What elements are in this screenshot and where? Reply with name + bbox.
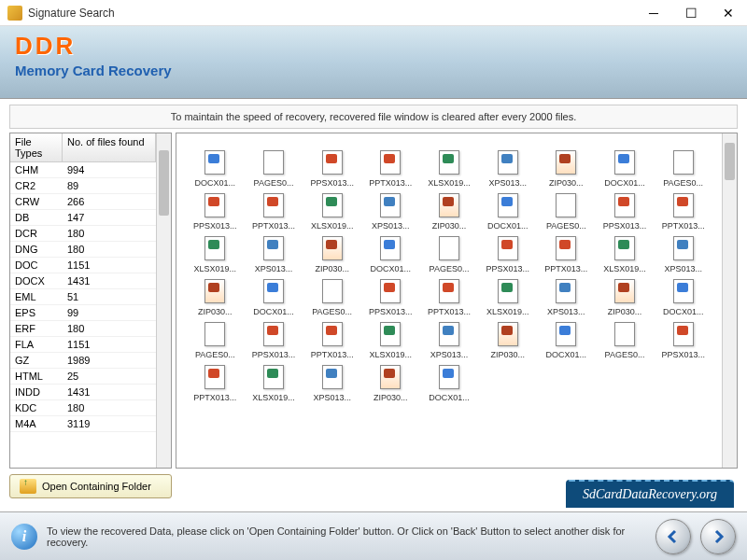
table-row[interactable]: EML51 — [10, 289, 156, 305]
file-label: ZIP030... — [432, 221, 467, 231]
forward-button[interactable] — [700, 519, 736, 554]
file-item[interactable]: XLSX019... — [598, 236, 653, 273]
file-type-icon — [322, 279, 343, 303]
file-item[interactable]: ZIP030... — [539, 150, 594, 188]
cell-count: 1431 — [63, 385, 156, 399]
file-item[interactable]: PPSX013... — [598, 193, 653, 231]
table-row[interactable]: GZ1989 — [10, 353, 156, 369]
file-item[interactable]: DOCX01... — [539, 322, 594, 359]
file-item[interactable]: PPTX013... — [304, 322, 359, 359]
file-item[interactable]: ZIP030... — [422, 193, 477, 231]
file-item[interactable]: PPTX013... — [422, 279, 477, 316]
file-item[interactable]: PPSX013... — [363, 279, 418, 316]
file-item[interactable]: XLSX019... — [422, 150, 477, 188]
file-item[interactable]: XPS013... — [539, 279, 594, 316]
table-row[interactable]: M4A3119 — [10, 416, 156, 432]
maximize-button[interactable]: ☐ — [672, 0, 710, 26]
table-row[interactable]: DNG180 — [10, 242, 156, 258]
file-item[interactable]: ZIP030... — [480, 322, 535, 359]
table-row[interactable]: KDC180 — [10, 400, 156, 416]
brand-link[interactable]: SdCardDataRecovery.org — [566, 480, 734, 508]
file-item[interactable]: PAGES0... — [188, 322, 243, 359]
file-label: DOCX01... — [546, 350, 587, 359]
file-item[interactable]: DOCX01... — [655, 279, 711, 316]
file-label: ZIP030... — [374, 393, 408, 402]
table-row[interactable]: DOCX1431 — [10, 273, 156, 289]
file-item[interactable]: PPTX013... — [188, 365, 243, 402]
file-item[interactable]: DOCX01... — [188, 150, 243, 188]
table-row[interactable]: INDD1431 — [10, 385, 156, 400]
files-scrollbar[interactable] — [722, 133, 737, 468]
file-item[interactable]: ZIP030... — [598, 279, 653, 316]
file-item[interactable]: DOCX01... — [598, 150, 653, 188]
file-item[interactable]: ZIP030... — [304, 236, 359, 273]
table-row[interactable]: HTML25 — [10, 369, 156, 385]
file-item[interactable]: XLSX019... — [247, 365, 302, 402]
file-type-icon — [380, 236, 401, 260]
cell-type: DB — [10, 210, 63, 225]
table-row[interactable]: CHM994 — [10, 162, 156, 178]
file-item[interactable]: XLSX019... — [363, 322, 418, 359]
file-item[interactable]: PAGES0... — [422, 236, 477, 273]
file-item[interactable]: PPTX013... — [655, 193, 711, 231]
file-item[interactable]: PAGES0... — [655, 150, 711, 188]
header-file-types[interactable]: File Types — [10, 133, 63, 161]
table-row[interactable]: DCR180 — [10, 226, 156, 242]
file-item[interactable]: XPS013... — [480, 150, 535, 188]
file-item[interactable]: PPTX013... — [539, 236, 594, 273]
file-item[interactable]: DOCX01... — [247, 279, 302, 316]
cell-type: DNG — [10, 242, 63, 257]
file-item[interactable]: XLSX019... — [480, 279, 535, 316]
file-item[interactable]: XPS013... — [422, 322, 477, 359]
header-count[interactable]: No. of files found — [63, 133, 156, 161]
file-item[interactable]: PAGES0... — [539, 193, 594, 231]
table-row[interactable]: FLA1151 — [10, 337, 156, 353]
table-body: CHM994CR289CRW266DB147DCR180DNG180DOC115… — [10, 162, 156, 432]
table-row[interactable]: DB147 — [10, 210, 156, 226]
file-type-icon — [322, 322, 343, 346]
file-label: PPTX013... — [193, 393, 236, 402]
scroll-thumb[interactable] — [725, 143, 735, 180]
file-item[interactable]: ZIP030... — [188, 279, 243, 316]
file-item[interactable]: PPTX013... — [363, 150, 418, 188]
file-item[interactable]: DOCX01... — [480, 193, 535, 231]
main-panel: File Types No. of files found CHM994CR28… — [0, 133, 747, 469]
app-icon — [7, 6, 22, 21]
file-item[interactable]: PPSX013... — [655, 322, 711, 359]
table-row[interactable]: DOC1151 — [10, 258, 156, 273]
file-item[interactable]: DOCX01... — [422, 365, 477, 402]
file-item[interactable]: XPS013... — [304, 365, 359, 402]
cell-count: 3119 — [63, 416, 156, 431]
file-item[interactable]: PPSX013... — [480, 236, 535, 273]
file-label: XPS013... — [664, 264, 702, 273]
file-item[interactable]: XPS013... — [247, 236, 302, 273]
file-label: XPS013... — [488, 178, 527, 188]
scrollbar[interactable] — [156, 133, 171, 468]
close-button[interactable]: ✕ — [710, 0, 747, 26]
file-type-icon — [614, 150, 635, 175]
scroll-thumb[interactable] — [159, 150, 169, 216]
file-item[interactable]: ZIP030... — [363, 365, 418, 402]
table-row[interactable]: EPS99 — [10, 305, 156, 321]
file-item[interactable]: PPTX013... — [247, 193, 302, 231]
back-button[interactable] — [655, 519, 691, 554]
cell-count: 1431 — [63, 273, 156, 288]
file-item[interactable]: PPSX013... — [304, 150, 359, 188]
cell-type: HTML — [10, 369, 63, 384]
file-type-icon — [380, 322, 401, 346]
file-item[interactable]: DOCX01... — [363, 236, 418, 273]
file-item[interactable]: PAGES0... — [247, 150, 302, 188]
file-item[interactable]: XLSX019... — [188, 236, 243, 273]
table-row[interactable]: CRW266 — [10, 194, 156, 210]
file-item[interactable]: PAGES0... — [598, 322, 653, 359]
table-row[interactable]: CR289 — [10, 178, 156, 194]
table-row[interactable]: ERF180 — [10, 321, 156, 337]
file-item[interactable]: PPSX013... — [188, 193, 243, 231]
file-item[interactable]: XPS013... — [655, 236, 711, 273]
file-item[interactable]: PAGES0... — [304, 279, 359, 316]
file-item[interactable]: XLSX019... — [304, 193, 359, 231]
open-containing-folder-button[interactable]: Open Containing Folder — [9, 474, 172, 498]
file-item[interactable]: PPSX013... — [247, 322, 302, 359]
minimize-button[interactable]: ─ — [635, 0, 672, 26]
file-item[interactable]: XPS013... — [363, 193, 418, 231]
